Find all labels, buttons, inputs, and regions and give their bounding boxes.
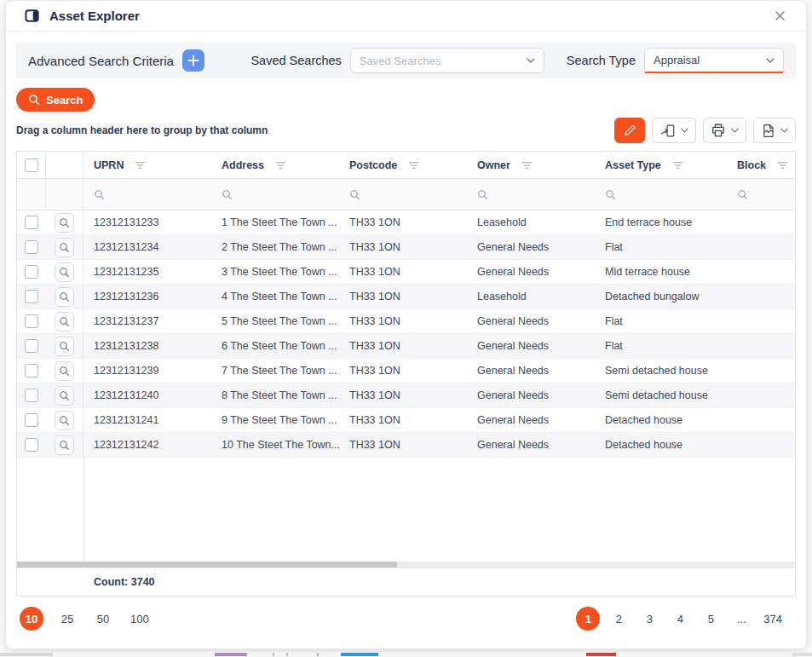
page-size-50[interactable]: 50	[91, 607, 115, 631]
filter-lines-icon	[521, 161, 533, 170]
printer-icon	[711, 123, 726, 138]
page-number-2[interactable]: 2	[607, 607, 631, 631]
column-header-asset-type[interactable]: Asset Type	[595, 152, 727, 178]
filter-input-block[interactable]	[727, 179, 795, 210]
row-checkbox[interactable]	[25, 339, 38, 353]
filter-lines-icon	[408, 161, 419, 170]
filter-input-owner[interactable]	[467, 179, 595, 210]
page-size-list: 102550100	[20, 607, 153, 631]
row-checkbox[interactable]	[25, 389, 38, 402]
saved-searches-group: Saved Searches Saved Searches	[251, 48, 544, 73]
horizontal-scrollbar[interactable]	[17, 562, 795, 568]
row-search-button[interactable]	[55, 312, 74, 331]
cell-uprn: 12312131235	[84, 266, 211, 278]
row-search-button[interactable]	[55, 213, 74, 233]
filter-input-address[interactable]	[211, 179, 339, 210]
cell-uprn: 12312131242	[84, 439, 211, 451]
row-checkbox[interactable]	[25, 290, 38, 303]
row-search-button[interactable]	[55, 411, 74, 430]
row-search-button[interactable]	[55, 238, 74, 257]
row-checkbox-cell	[17, 359, 46, 383]
column-header-block[interactable]: Block	[727, 152, 795, 178]
report-button[interactable]	[753, 118, 796, 143]
cell-asset-type: Detached house	[595, 439, 727, 451]
row-search-button[interactable]	[55, 337, 74, 356]
cell-owner: General Needs	[467, 389, 595, 401]
cell-postcode: TH33 1ON	[339, 365, 467, 377]
column-header-address[interactable]: Address	[211, 152, 339, 178]
row-search-button[interactable]	[55, 435, 74, 455]
print-button[interactable]	[703, 118, 746, 143]
edit-button[interactable]	[614, 118, 645, 143]
grid-header-row: UPRNAddressPostcodeOwnerAsset TypeBlock	[17, 152, 795, 179]
table-row: 123121312331 The Steet The Town ...TH33 …	[17, 210, 795, 235]
row-checkbox[interactable]	[25, 438, 38, 452]
cell-owner: General Needs	[467, 340, 595, 352]
background-tick	[317, 653, 319, 656]
add-criteria-button[interactable]	[182, 49, 204, 72]
row-detail-cell	[46, 383, 84, 407]
cell-postcode: TH33 1ON	[339, 414, 467, 426]
search-type-label: Search Type	[567, 54, 636, 67]
horizontal-scrollbar-thumb[interactable]	[17, 562, 397, 568]
page-size-25[interactable]: 25	[55, 607, 79, 631]
column-header-owner[interactable]: Owner	[467, 152, 595, 178]
column-header-postcode[interactable]: Postcode	[339, 152, 467, 178]
close-icon[interactable]	[770, 7, 789, 26]
row-checkbox[interactable]	[25, 413, 38, 427]
background-gray-segment	[0, 653, 53, 656]
filter-input-asset-type[interactable]	[595, 179, 727, 210]
page-number-1[interactable]: 1	[576, 607, 600, 631]
cell-owner: General Needs	[467, 315, 595, 327]
chevron-down-icon	[766, 58, 775, 63]
row-checkbox[interactable]	[25, 314, 38, 328]
panel-icon	[25, 9, 39, 22]
magnifier-icon	[94, 189, 105, 200]
cell-asset-type: Mid terrace house	[595, 266, 727, 278]
table-row: 123121312342 The Steet The Town ...TH33 …	[17, 235, 795, 260]
saved-searches-select[interactable]: Saved Searches	[350, 48, 544, 73]
cell-postcode: TH33 1ON	[339, 266, 467, 278]
cell-address: 2 The Steet The Town ...	[211, 241, 339, 253]
search-button[interactable]: Search	[16, 88, 95, 112]
filter-input-uprn[interactable]	[84, 179, 211, 210]
row-detail-cell	[46, 408, 84, 432]
row-search-button[interactable]	[55, 386, 74, 406]
data-grid: UPRNAddressPostcodeOwnerAsset TypeBlock …	[16, 151, 796, 596]
cell-address: 6 The Steet The Town ...	[211, 340, 339, 352]
page-number-4[interactable]: 4	[668, 607, 692, 631]
column-header-label: Postcode	[349, 159, 397, 171]
row-checkbox[interactable]	[25, 364, 38, 377]
row-checkbox[interactable]	[25, 216, 38, 229]
row-search-button[interactable]	[55, 262, 74, 282]
row-search-button[interactable]	[55, 287, 74, 307]
search-type-select[interactable]: Appraisal	[644, 48, 784, 73]
chevron-down-icon	[731, 128, 739, 133]
row-search-button[interactable]	[55, 361, 74, 381]
select-all-checkbox[interactable]	[25, 158, 38, 172]
magnifier-icon	[59, 242, 70, 253]
row-checkbox[interactable]	[25, 240, 38, 254]
magnifier-icon	[737, 189, 748, 200]
row-detail-cell	[46, 285, 84, 308]
page-size-100[interactable]: 100	[127, 607, 153, 631]
page-number-374[interactable]: 374	[760, 607, 786, 631]
background-tick	[286, 653, 288, 656]
magnifier-icon	[222, 189, 233, 200]
cell-owner: General Needs	[467, 439, 595, 451]
row-checkbox[interactable]	[25, 265, 38, 279]
background-gray-segment	[792, 653, 812, 656]
advanced-search-label: Advanced Search Criteria	[28, 54, 174, 68]
page-number-5[interactable]: 5	[699, 607, 723, 631]
background-page-strip	[0, 652, 812, 657]
filter-input-postcode[interactable]	[339, 179, 467, 210]
cell-address: 5 The Steet The Town ...	[211, 315, 339, 327]
page-size-10[interactable]: 10	[20, 607, 43, 631]
cell-asset-type: Flat	[595, 241, 727, 253]
column-header-uprn[interactable]: UPRN	[84, 152, 211, 178]
row-checkbox-cell	[17, 334, 46, 358]
cell-address: 10 The Steet The Town...	[211, 439, 339, 451]
export-button[interactable]	[652, 118, 696, 143]
page-number-3[interactable]: 3	[637, 607, 661, 631]
cell-asset-type: Detached house	[595, 414, 727, 426]
